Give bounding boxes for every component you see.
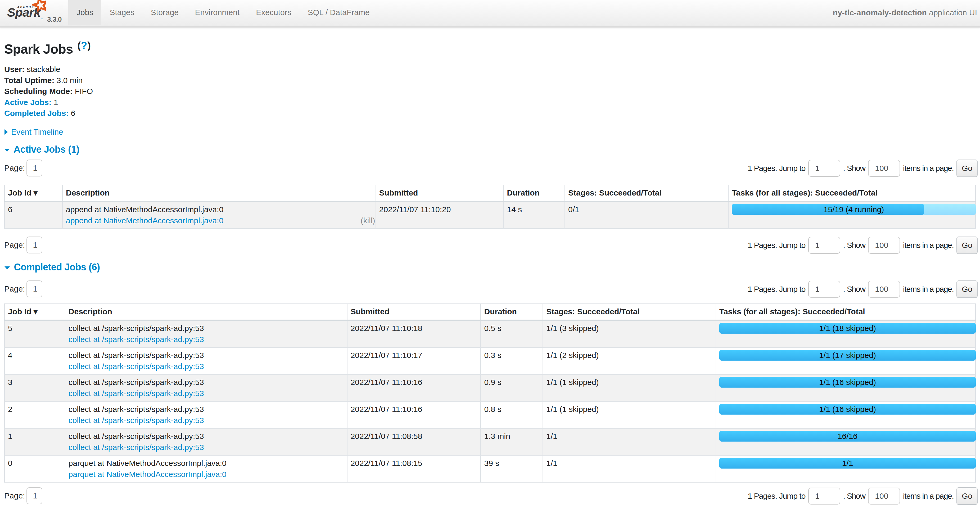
svg-text:Spark: Spark (7, 5, 41, 19)
svg-text:TM: TM (41, 18, 43, 19)
